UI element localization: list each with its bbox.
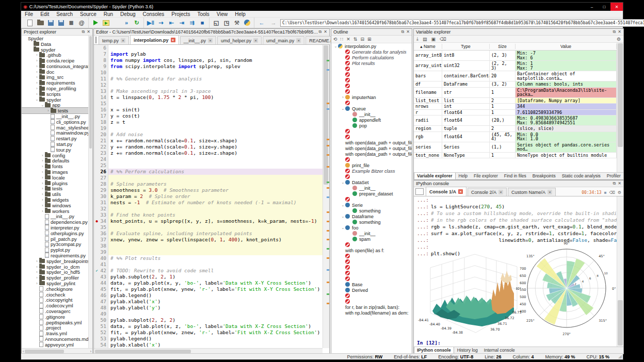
menu-source[interactable]: Source [76, 11, 100, 17]
tree-item[interactable]: spyder [22, 47, 88, 53]
tree-item[interactable]: .project [22, 325, 88, 331]
gutter[interactable]: 52 [94, 330, 108, 336]
table-row[interactable]: array_int8int8(2, 3)Min: -7 Max: 6 [414, 51, 617, 61]
chevron-right-icon[interactable]: › [40, 170, 45, 174]
tree-item[interactable]: otherplugins.py [22, 231, 88, 236]
tree-item[interactable]: .coveragerc [22, 308, 88, 314]
menu-file[interactable]: File [21, 11, 37, 17]
gutter[interactable]: 40 [94, 255, 108, 261]
chevron-down-icon[interactable]: ⌄ [341, 180, 345, 185]
chevron-right-icon[interactable]: › [341, 95, 345, 99]
editor-vertical-scrollbar[interactable] [323, 45, 329, 348]
gutter[interactable]: 12 [94, 82, 108, 88]
chevron-right-icon[interactable]: › [40, 164, 45, 168]
outline-item[interactable] [331, 174, 412, 179]
tree-item[interactable]: ›continuous_integration [22, 63, 88, 69]
table-row[interactable]: array_uint32uint32(2, 2, 3)Min: 1 Max: 7 [414, 61, 617, 71]
outline-item[interactable]: print_file [331, 162, 412, 168]
tree-item[interactable]: ›tests [22, 186, 88, 192]
chevron-right-icon[interactable]: › [35, 64, 39, 68]
tree-item[interactable]: ›defaults [22, 158, 88, 164]
tree-item[interactable]: tour.py [22, 147, 88, 153]
console-options-icon[interactable]: ⚙ [618, 190, 621, 195]
gutter[interactable]: 20 [94, 131, 108, 138]
tree-item[interactable]: ›plugins [22, 180, 88, 186]
outline-item[interactable] [331, 77, 412, 83]
chevron-down-icon[interactable]: ⌄ [341, 215, 345, 219]
goto-cursor-icon[interactable]: ⟲ [333, 37, 337, 42]
tree-item[interactable]: ›spyder_breakpoints [22, 258, 88, 264]
gutter[interactable]: 37 [94, 237, 108, 243]
chevron-right-icon[interactable]: › [35, 276, 39, 279]
chevron-right-icon[interactable]: › [35, 265, 39, 269]
gutter[interactable]: 45 [94, 286, 108, 292]
outline-item[interactable]: ›imputerNan [331, 94, 412, 100]
gutter[interactable]: 46 [94, 292, 108, 299]
chevron-right-icon[interactable]: › [35, 70, 39, 74]
run-file-icon[interactable] [90, 19, 101, 27]
gutter[interactable]: 29 [94, 187, 108, 193]
fullscreen-icon[interactable]: ◳ [221, 19, 232, 27]
open-file-icon[interactable] [35, 19, 45, 27]
gutter[interactable]: 49 [94, 311, 108, 317]
table-row[interactable]: dfDataFrame(3, 2)Column names: bools, in… [414, 81, 617, 88]
gutter[interactable]: ●34 [94, 218, 108, 224]
run-selection-icon[interactable]: » [121, 19, 132, 27]
chevron-right-icon[interactable]: › [40, 187, 45, 190]
forward-icon[interactable]: → [268, 19, 279, 27]
outline-item[interactable] [331, 134, 412, 140]
column-header-name[interactable]: ▴ Name [414, 44, 442, 49]
tree-item[interactable]: ›spyder_io_dcm [22, 264, 88, 270]
chevron-down-icon[interactable]: ⌄ [40, 103, 45, 107]
chevron-down-icon[interactable]: ⌄ [341, 203, 345, 207]
gutter[interactable]: 14 [94, 94, 108, 101]
tree-item[interactable]: interpreter.py [22, 225, 88, 231]
chevron-right-icon[interactable]: › [35, 53, 39, 57]
gutter[interactable]: 31 [94, 200, 108, 206]
tree-item[interactable]: .ciocopyright [22, 297, 88, 303]
editor-tab-umd-main-py[interactable]: umd_main.py✕ [263, 36, 304, 44]
chevron-right-icon[interactable]: › [35, 87, 39, 90]
gutter[interactable]: 32 [94, 206, 108, 212]
console-tab-Console-2-A[interactable]: Console 2/A✕ [468, 188, 507, 196]
outline-item[interactable]: __init__ [331, 111, 412, 117]
table-row[interactable]: list_testlist2[Dataframe, Numpy array] [414, 98, 617, 104]
gutter[interactable]: 6 [94, 45, 108, 51]
pane-tab-profiler[interactable]: Profiler [604, 172, 623, 179]
gutter[interactable]: 30 [94, 193, 108, 200]
close-tab-icon[interactable]: ✕ [253, 38, 258, 43]
tree-item[interactable]: cli_options.py [22, 119, 88, 125]
outline-item[interactable]: ⌄Queue [331, 106, 412, 111]
tree-item[interactable]: ›widgets [22, 197, 88, 203]
console-tab-ipython-console[interactable]: IPython console [414, 347, 454, 354]
outline-item[interactable]: pop [331, 123, 412, 128]
chevron-right-icon[interactable]: › [35, 92, 39, 96]
table-row[interactable]: rgbfloat64(45, 45, 4)Min: 0.0 Max: 1.0 [414, 132, 617, 142]
console-input-prompt[interactable]: In [12]: [417, 340, 441, 345]
group-cells-icon[interactable]: ✕ [346, 37, 350, 42]
outline-item[interactable]: ⌄Serie [331, 202, 412, 208]
tree-item[interactable]: .travis.yml [22, 331, 88, 336]
tree-item[interactable]: ›img_src [22, 75, 88, 80]
console-tab-Custom-Name-A[interactable]: Custom Name/A✕ [508, 188, 556, 196]
pane-tab-breakpoints[interactable]: Breakpoints [529, 172, 559, 179]
outline-item[interactable] [331, 83, 412, 89]
editor-tab-interpolation-py[interactable]: interpolation.py✕ [130, 35, 179, 44]
gutter[interactable]: 44 [94, 280, 108, 286]
outline-item[interactable]: with np.load(filename) as dem: [331, 310, 412, 316]
gutter[interactable]: 54 [94, 342, 108, 348]
close-icon[interactable]: ✕ [406, 29, 410, 35]
gutter[interactable]: 10 [94, 70, 108, 76]
tree-item[interactable]: ›config [22, 153, 88, 158]
outline-item[interactable] [331, 265, 412, 270]
outline-item[interactable] [331, 253, 412, 259]
pane-tab-variable-explorer[interactable]: Variable explorer [414, 172, 456, 179]
gutter[interactable]: 47 [94, 299, 108, 305]
table-row[interactable]: rfloat6417.611082589334796 [414, 110, 617, 116]
outline-item[interactable] [331, 270, 412, 276]
gutter[interactable]: 48 [94, 305, 108, 311]
breakpoint-icon[interactable]: ● [94, 218, 100, 224]
chevron-right-icon[interactable]: › [40, 182, 45, 185]
outline-item[interactable]: ⌄foo [331, 225, 412, 231]
gutter[interactable]: 25 [94, 162, 108, 169]
